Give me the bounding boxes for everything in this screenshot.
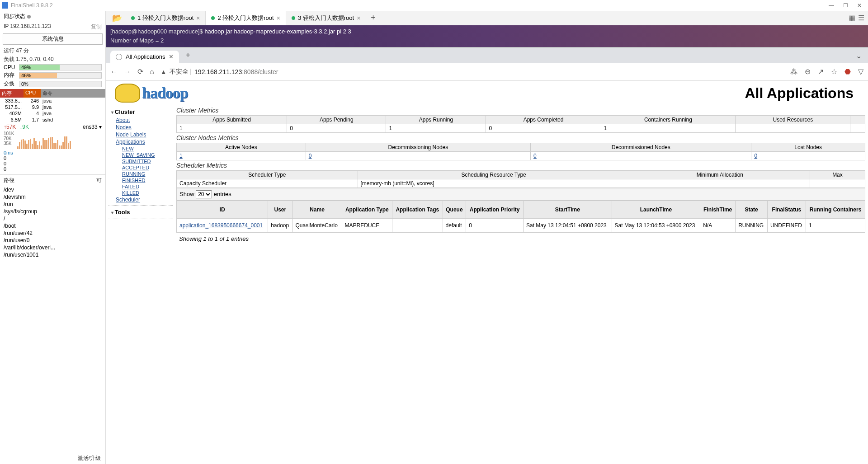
app-table-header[interactable]: Name xyxy=(292,201,342,219)
share-icon[interactable]: ↗ xyxy=(818,67,824,76)
activate-button[interactable]: 激活/升级 xyxy=(78,455,101,462)
metric-value xyxy=(736,124,850,133)
browser-menu-icon[interactable]: ▽ xyxy=(858,67,863,76)
metric-link[interactable]: 0 xyxy=(754,153,757,159)
metric-link[interactable]: 1 xyxy=(179,153,183,159)
finalshell-tab-3[interactable]: 3 轻松入门大数据root× xyxy=(286,11,366,25)
new-tab-button[interactable]: + xyxy=(366,13,380,23)
finalshell-tab-2[interactable]: 2 轻松入门大数据root× xyxy=(206,11,286,25)
table-header[interactable]: Apps Running xyxy=(386,116,486,124)
path-item[interactable]: /dev/shm xyxy=(0,193,105,201)
table-header[interactable]: Lost Nodes xyxy=(751,143,865,152)
sidebar-sublink-new[interactable]: NEW xyxy=(122,145,173,152)
sidebar-sublink-new_saving[interactable]: NEW_SAVING xyxy=(122,152,173,158)
new-browser-tab-button[interactable]: + xyxy=(181,48,195,63)
table-header[interactable]: Max xyxy=(810,171,865,179)
app-table-header[interactable]: Application Tags xyxy=(392,201,443,219)
sidebar-sublink-accepted[interactable]: ACCEPTED xyxy=(122,164,173,171)
minimize-button[interactable]: — xyxy=(829,2,834,9)
grid-icon[interactable]: ▦ xyxy=(849,14,855,22)
spark-y1: 101K xyxy=(4,131,14,136)
bookmark-icon[interactable]: ☆ xyxy=(831,67,837,76)
url-path: /cluster xyxy=(258,68,278,75)
terminal[interactable]: [hadoop@hadoop000 mapreduce]$ hadoop jar… xyxy=(106,25,868,47)
process-row: 333.8...246java xyxy=(0,98,105,104)
table-header[interactable]: Apps Completed xyxy=(486,116,601,124)
path-item[interactable]: /run/user/1001 xyxy=(0,251,105,258)
home-button[interactable]: ⌂ xyxy=(150,68,154,76)
table-header[interactable]: Used Resources xyxy=(736,116,850,124)
finalshell-tab-1[interactable]: 1 轻松入门大数据root× xyxy=(126,11,206,25)
translate-icon[interactable]: ⁂ xyxy=(790,67,797,76)
sidebar-sublink-running[interactable]: RUNNING xyxy=(122,171,173,177)
table-header[interactable]: Apps Pending xyxy=(287,116,386,124)
zoom-icon[interactable]: ⊖ xyxy=(805,67,811,76)
app-id-link[interactable]: application_1683950666674_0001 xyxy=(179,222,263,229)
metric-link[interactable]: 0 xyxy=(533,153,537,159)
swap-label: 交换 xyxy=(4,80,16,88)
table-header[interactable]: Scheduler Type xyxy=(177,171,358,179)
entries-label: entries xyxy=(214,191,231,197)
path-item[interactable]: / xyxy=(0,215,105,222)
address-bar[interactable]: ▲ 不安全 | 192.168.211.123:8088/cluster xyxy=(160,68,784,76)
app-table-header[interactable]: Running Containers xyxy=(806,201,865,219)
metric-link[interactable]: 0 xyxy=(309,153,312,159)
app-table-header[interactable]: FinalStatus xyxy=(767,201,806,219)
close-tab-icon[interactable]: ✕ xyxy=(169,53,174,60)
sidebar-cluster[interactable]: Cluster xyxy=(108,107,173,117)
app-table-header[interactable]: FinishTime xyxy=(700,201,736,219)
table-header[interactable]: Scheduling Resource Type xyxy=(358,171,630,179)
sidebar-sublink-failed[interactable]: FAILED xyxy=(122,183,173,190)
maximize-button[interactable]: ☐ xyxy=(843,2,848,9)
sidebar-link-about[interactable]: About xyxy=(116,117,173,124)
close-tab-icon[interactable]: × xyxy=(357,14,360,22)
close-button[interactable]: ✕ xyxy=(857,2,862,9)
app-type: MAPREDUCE xyxy=(342,219,392,233)
table-header[interactable]: Minimum Allocation xyxy=(630,171,810,179)
path-item[interactable]: /run/user/42 xyxy=(0,230,105,237)
menu-icon[interactable]: ☰ xyxy=(858,14,864,22)
close-tab-icon[interactable]: × xyxy=(277,14,280,22)
app-table-header[interactable]: User xyxy=(268,201,292,219)
sidebar-sublink-submitted[interactable]: SUBMITTED xyxy=(122,158,173,164)
system-info-button[interactable]: 系统信息 xyxy=(3,33,103,45)
copy-ip-button[interactable]: 复制 xyxy=(91,23,102,31)
table-header[interactable]: Decommissioning Nodes xyxy=(306,143,530,152)
tabs-dropdown-icon[interactable]: ⌄ xyxy=(849,49,868,63)
browser-tab[interactable]: All Applications ✕ xyxy=(110,51,179,63)
entries-select[interactable]: 20 xyxy=(196,190,212,198)
app-table-header[interactable]: State xyxy=(736,201,768,219)
app-table-header[interactable]: Queue xyxy=(443,201,466,219)
app-table-header[interactable]: StartTime xyxy=(523,201,612,219)
sidebar-tools[interactable]: Tools xyxy=(108,207,173,217)
extensions-icon[interactable]: ⬣ xyxy=(844,67,851,76)
sidebar-link-applications[interactable]: Applications xyxy=(116,138,173,145)
sidebar-link-node-labels[interactable]: Node Labels xyxy=(116,131,173,138)
forward-button[interactable]: → xyxy=(124,68,131,76)
app-table-header[interactable]: Application Priority xyxy=(466,201,524,219)
path-item[interactable]: /boot xyxy=(0,222,105,230)
table-header[interactable]: Containers Running xyxy=(601,116,736,124)
sidebar-sublink-finished[interactable]: FINISHED xyxy=(122,177,173,183)
table-header[interactable]: Decommissioned Nodes xyxy=(531,143,751,152)
sidebar-sublink-killed[interactable]: KILLED xyxy=(122,190,173,196)
app-table-header[interactable]: LaunchTime xyxy=(612,201,700,219)
path-item[interactable]: /var/lib/docker/overl... xyxy=(0,244,105,251)
latency-v2: 0 xyxy=(4,161,102,166)
reload-button[interactable]: ⟳ xyxy=(137,67,143,76)
path-item[interactable]: /run xyxy=(0,201,105,208)
table-header[interactable]: Active Nodes xyxy=(177,143,306,152)
net-interface-select[interactable]: ens33 ▾ xyxy=(83,124,102,130)
path-item[interactable]: /sys/fs/cgroup xyxy=(0,208,105,215)
sidebar-scheduler-link[interactable]: Scheduler xyxy=(116,196,173,203)
back-button[interactable]: ← xyxy=(110,68,118,76)
path-item[interactable]: /dev xyxy=(0,186,105,193)
table-header[interactable]: Apps Submitted xyxy=(177,116,287,124)
app-table-header[interactable]: ID xyxy=(177,201,268,219)
folder-icon[interactable]: 📂 xyxy=(108,13,126,23)
path-item[interactable]: /run/user/0 xyxy=(0,237,105,244)
app-table-header[interactable]: Application Type xyxy=(342,201,392,219)
latency-v3: 0 xyxy=(4,166,102,172)
close-tab-icon[interactable]: × xyxy=(196,14,200,22)
sidebar-link-nodes[interactable]: Nodes xyxy=(116,124,173,131)
